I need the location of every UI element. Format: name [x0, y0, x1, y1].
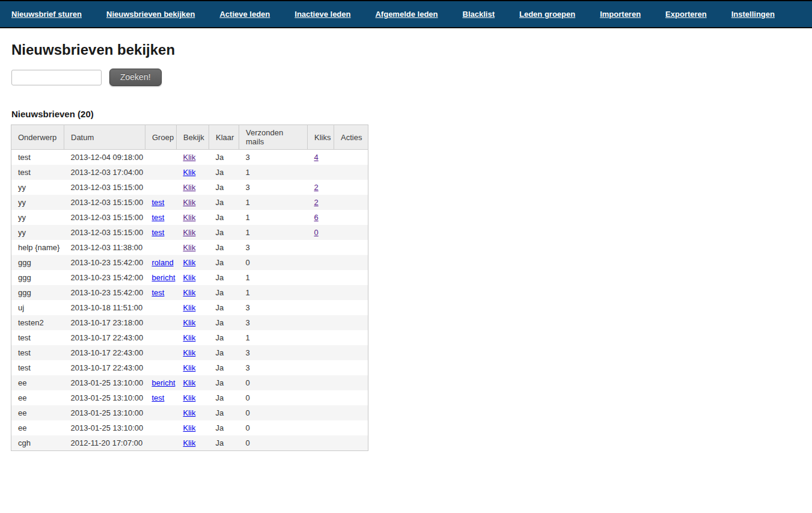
- kliks-link[interactable]: 0: [314, 228, 319, 237]
- nav-item-leden-groepen[interactable]: Leden groepen: [519, 10, 575, 19]
- view-link[interactable]: Klik: [183, 378, 196, 387]
- kliks-link[interactable]: 2: [314, 198, 319, 207]
- cell-klaar: Ja: [209, 165, 239, 180]
- view-link[interactable]: Klik: [183, 318, 196, 327]
- cell-kliks: [308, 405, 334, 420]
- cell-onderwerp: test: [11, 330, 64, 345]
- view-link[interactable]: Klik: [183, 198, 196, 207]
- group-link[interactable]: test: [152, 288, 165, 297]
- cell-groep: [145, 345, 177, 360]
- group-link[interactable]: bericht: [152, 273, 176, 282]
- cell-acties: [334, 210, 368, 225]
- nav-item-blacklist[interactable]: Blacklist: [463, 10, 495, 19]
- cell-kliks: [308, 270, 334, 285]
- cell-verzonden: 1: [239, 210, 308, 225]
- view-link[interactable]: Klik: [183, 333, 196, 342]
- cell-verzonden: 1: [239, 225, 308, 240]
- cell-bekijk: Klik: [177, 270, 209, 285]
- cell-verzonden: 3: [239, 300, 308, 315]
- cell-acties: [334, 255, 368, 270]
- cell-acties: [334, 330, 368, 345]
- nav-item-instellingen[interactable]: Instellingen: [731, 10, 775, 19]
- nav-item-inactieve-leden[interactable]: Inactieve leden: [295, 10, 350, 19]
- group-link[interactable]: test: [152, 198, 165, 207]
- cell-acties: [334, 270, 368, 285]
- group-link[interactable]: test: [152, 213, 165, 222]
- cell-klaar: Ja: [209, 360, 239, 375]
- cell-klaar: Ja: [209, 255, 239, 270]
- table-row: test2013-10-17 22:43:00KlikJa1: [11, 330, 368, 345]
- nav-item-nieuwsbrieven-bekijken[interactable]: Nieuwsbrieven bekijken: [106, 10, 195, 19]
- cell-verzonden: 0: [239, 405, 308, 420]
- view-link[interactable]: Klik: [183, 213, 196, 222]
- view-link[interactable]: Klik: [183, 393, 196, 402]
- table-row: ee2013-01-25 13:10:00berichtKlikJa0: [11, 375, 368, 390]
- view-link[interactable]: Klik: [183, 288, 196, 297]
- list-title: Nieuwsbrieven (20): [11, 109, 812, 119]
- view-link[interactable]: Klik: [183, 363, 196, 372]
- group-link[interactable]: test: [152, 393, 165, 402]
- cell-datum: 2012-11-20 17:07:00: [64, 435, 145, 451]
- cell-verzonden: 1: [239, 195, 308, 210]
- cell-groep: test: [145, 285, 177, 300]
- search-button[interactable]: Zoeken!: [109, 69, 162, 86]
- nav-item-afgemelde-leden[interactable]: Afgemelde leden: [375, 10, 438, 19]
- nav-item-importeren[interactable]: Importeren: [600, 10, 641, 19]
- cell-bekijk: Klik: [177, 360, 209, 375]
- cell-groep: [145, 240, 177, 255]
- cell-klaar: Ja: [209, 180, 239, 195]
- cell-klaar: Ja: [209, 330, 239, 345]
- group-link[interactable]: bericht: [152, 378, 176, 387]
- cell-verzonden: 1: [239, 165, 308, 180]
- nav-item-exporteren[interactable]: Exporteren: [665, 10, 707, 19]
- cell-acties: [334, 285, 368, 300]
- view-link[interactable]: Klik: [183, 243, 196, 252]
- view-link[interactable]: Klik: [183, 423, 196, 432]
- group-link[interactable]: test: [152, 228, 165, 237]
- view-link[interactable]: Klik: [183, 153, 196, 162]
- cell-datum: 2013-10-23 15:42:00: [64, 255, 145, 270]
- view-link[interactable]: Klik: [183, 303, 196, 312]
- view-link[interactable]: Klik: [183, 258, 196, 267]
- cell-groep: bericht: [145, 270, 177, 285]
- cell-kliks: 0: [308, 225, 334, 240]
- cell-verzonden: 0: [239, 255, 308, 270]
- table-row: testen22013-10-17 23:18:00KlikJa3: [11, 315, 368, 330]
- cell-acties: [334, 360, 368, 375]
- table-header-row: OnderwerpDatumGroepBekijkKlaarVerzonden …: [11, 125, 368, 150]
- kliks-link[interactable]: 6: [314, 213, 319, 222]
- newsletters-table: OnderwerpDatumGroepBekijkKlaarVerzonden …: [11, 124, 368, 451]
- cell-onderwerp: ggg: [11, 270, 64, 285]
- search-input[interactable]: [11, 70, 102, 85]
- cell-bekijk: Klik: [177, 150, 209, 165]
- view-link[interactable]: Klik: [183, 438, 196, 447]
- cell-klaar: Ja: [209, 210, 239, 225]
- cell-acties: [334, 375, 368, 390]
- cell-datum: 2013-10-17 23:18:00: [64, 315, 145, 330]
- cell-klaar: Ja: [209, 420, 239, 435]
- cell-datum: 2013-01-25 13:10:00: [64, 420, 145, 435]
- cell-groep: [145, 360, 177, 375]
- cell-acties: [334, 150, 368, 165]
- nav-item-actieve-leden[interactable]: Actieve leden: [219, 10, 270, 19]
- cell-datum: 2013-10-17 22:43:00: [64, 330, 145, 345]
- group-link[interactable]: roland: [152, 258, 174, 267]
- view-link[interactable]: Klik: [183, 183, 196, 192]
- nav-item-nieuwsbrief-sturen[interactable]: Nieuwsbrief sturen: [11, 10, 82, 19]
- cell-onderwerp: ggg: [11, 285, 64, 300]
- view-link[interactable]: Klik: [183, 228, 196, 237]
- table-row: ggg2013-10-23 15:42:00rolandKlikJa0: [11, 255, 368, 270]
- view-link[interactable]: Klik: [183, 168, 196, 177]
- cell-groep: [145, 300, 177, 315]
- cell-bekijk: Klik: [177, 300, 209, 315]
- cell-groep: [145, 150, 177, 165]
- kliks-link[interactable]: 4: [314, 153, 319, 162]
- view-link[interactable]: Klik: [183, 348, 196, 357]
- cell-klaar: Ja: [209, 390, 239, 405]
- cell-kliks: [308, 285, 334, 300]
- view-link[interactable]: Klik: [183, 273, 196, 282]
- kliks-link[interactable]: 2: [314, 183, 319, 192]
- cell-kliks: [308, 315, 334, 330]
- view-link[interactable]: Klik: [183, 408, 196, 417]
- cell-onderwerp: testen2: [11, 315, 64, 330]
